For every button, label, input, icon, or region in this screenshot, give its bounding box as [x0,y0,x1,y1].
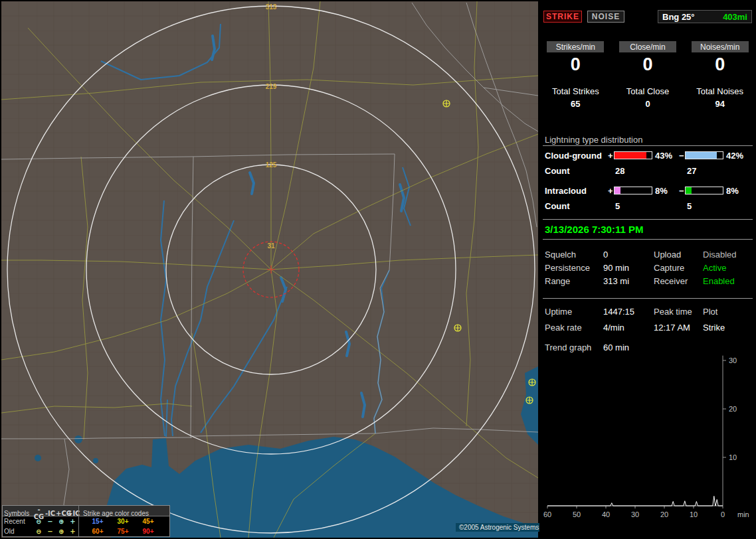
peak-rate-value: 4/min [603,323,624,333]
bearing-range-readout: Bng 25° 403mi [658,10,752,23]
distribution-title: Lightning type distribution [545,135,642,145]
legend-divider [78,516,85,526]
strike-mode-button[interactable]: STRIKE [543,11,582,23]
age-75: 75+ [110,528,136,535]
totals-labels-row: Total Strikes Total Close Total Noises [539,86,756,96]
map-area[interactable]: 313 219 125 31 Symbols -CG -IC +CG +IC S… [1,1,538,538]
legend-header: Symbols -CG -IC +CG +IC Strike age color… [3,506,169,516]
pos-cg-recent-icon: ⊕ [56,518,67,525]
age-15: 15+ [85,518,110,525]
svg-text:60: 60 [543,510,551,518]
intracloud-row: Intracloud + 8% − 8% [545,186,752,196]
squelch-value: 0 [603,250,608,260]
total-strikes-label: Total Strikes [552,86,599,96]
settings-row-range: Range 313 mi Receiver Enabled [545,276,755,286]
minus-sign: − [679,151,684,161]
cloud-ground-row: Cloud-ground + 43% − 42% [545,151,752,161]
cg-negative-pct: 42% [726,151,743,161]
cloud-ground-label: Cloud-ground [545,151,602,161]
cg-positive-pct: 43% [655,151,672,161]
legend-symbols-header: Symbols [4,510,33,517]
total-noises-label: Total Noises [696,86,743,96]
intracloud-count-row: Count 5 5 [545,201,752,211]
svg-text:30: 30 [729,356,737,364]
separator [543,298,753,299]
legend-col-neg-ic: -IC [45,510,56,517]
svg-text:10: 10 [690,510,698,518]
pos-ic-recent-icon: + [67,518,78,525]
ring-label-219: 219 [266,83,277,90]
svg-text:20: 20 [729,405,737,413]
ic-negative-bar [685,187,723,194]
svg-text:10: 10 [729,453,737,461]
upload-label: Upload [654,250,681,260]
range-value: 403mi [723,12,747,22]
trend-graph-row: Trend graph 60 min [545,343,755,352]
legend-col-pos-cg: +CG [56,510,67,517]
svg-text:50: 50 [573,510,581,518]
close-per-min-value: 0 [642,54,652,75]
squelch-label: Squelch [545,250,576,260]
ic-positive-fill [614,187,620,194]
count-label: Count [545,201,570,211]
svg-text:40: 40 [602,510,610,518]
svg-text:min: min [737,510,749,518]
ic-negative-fill [686,187,692,194]
separator [543,145,753,146]
noises-per-min-value: 0 [715,54,725,75]
stats-row-1: Uptime 1447:15 Peak time Plot [545,307,755,317]
cloud-ground-count-row: Count 28 27 [545,166,752,176]
peak-rate-label: Peak rate [545,323,582,333]
peak-time-label: Peak time [654,307,692,317]
range-label: Range [545,276,570,286]
svg-text:20: 20 [660,510,668,518]
neg-cg-old-icon: ⊖ [33,528,45,535]
strikes-per-min-value: 0 [571,54,581,75]
age-30: 30+ [110,518,136,525]
legend-old-label: Old [4,528,33,535]
pos-ic-old-icon: + [67,528,78,535]
age-45: 45+ [136,518,161,525]
rate-values-row: 0 0 0 [539,54,756,75]
svg-text:30: 30 [631,510,639,518]
cg-positive-count: 28 [615,166,624,176]
plot-label: Plot [703,307,717,317]
cg-positive-fill [614,152,646,159]
legend-divider [78,526,85,536]
control-panel: STRIKE NOISE Bng 25° 403mi Strikes/min C… [539,0,756,539]
count-label: Count [545,166,570,176]
strikes-per-min-label: Strikes/min [547,41,604,52]
uptime-value: 1447:15 [603,307,634,317]
capture-label: Capture [654,263,684,273]
total-noises-value: 94 [715,99,724,109]
settings-row-persistence: Persistence 90 min Capture Active [545,263,755,273]
age-90: 90+ [136,528,161,535]
stats-row-2: Peak rate 4/min 12:17 AM Strike [545,323,755,333]
neg-cg-recent-icon: ⊖ [33,518,45,525]
pos-cg-old-icon: ⊕ [56,528,67,535]
datetime-display: 3/13/2026 7:30:11 PM [545,224,643,235]
ic-positive-count: 5 [615,201,620,211]
plus-sign: + [608,186,613,196]
legend-row-recent: Recent ⊖ − ⊕ + 15+ 30+ 45+ [3,516,169,526]
app-window: 313 219 125 31 Symbols -CG -IC +CG +IC S… [0,0,756,539]
cg-negative-fill [686,152,717,159]
plot-value: Strike [703,323,725,333]
noise-mode-button[interactable]: NOISE [587,11,624,23]
upload-status: Disabled [703,250,737,260]
separator [543,219,753,220]
ic-positive-pct: 8% [655,186,668,196]
minus-sign: − [679,186,684,196]
map-legend: Symbols -CG -IC +CG +IC Strike age color… [2,505,170,537]
ring-label-313: 313 [266,3,277,11]
legend-recent-label: Recent [4,518,33,525]
capture-status: Active [703,263,726,273]
age-60: 60+ [85,528,110,535]
cg-negative-bar [685,151,723,159]
totals-values-row: 65 0 94 [539,99,756,109]
ring-label-125: 125 [266,161,277,169]
trend-chart: 1020306050403020100min [539,354,756,538]
map[interactable]: 313 219 125 31 [1,1,538,538]
total-strikes-value: 65 [571,99,580,109]
cg-negative-count: 27 [687,166,696,176]
